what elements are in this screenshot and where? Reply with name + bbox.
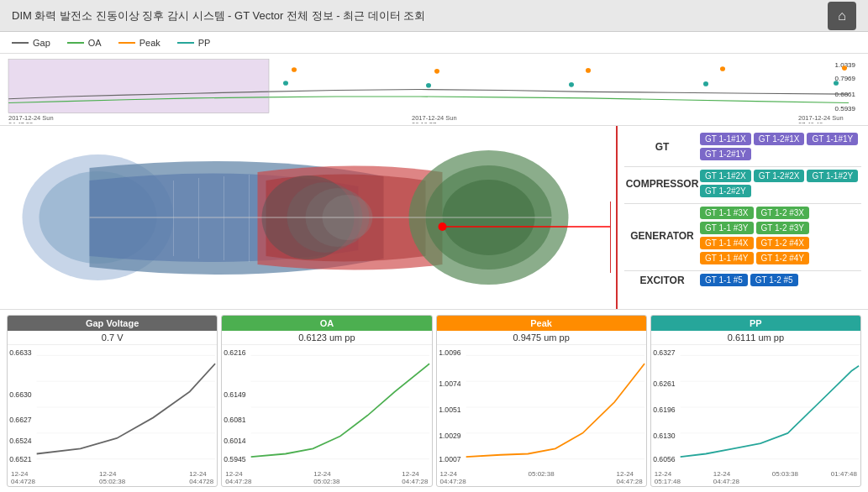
- svg-text:0.6130: 0.6130: [653, 432, 675, 441]
- pp-value: 0.6111 um pp: [651, 331, 860, 345]
- svg-text:0.6014: 0.6014: [224, 437, 245, 446]
- generator-divider: [624, 270, 861, 271]
- legend-gap: Gap: [12, 38, 50, 48]
- gt-buttons: GT 1-1#1X GT 1-2#1X GT 1-1#1Y GT 1-2#1Y: [700, 133, 861, 160]
- gt-1-1-2y-button[interactable]: GT 1-1#2Y: [807, 170, 858, 182]
- legend-oa: OA: [67, 38, 102, 48]
- generator-section-row: GENERATOR GT 1-1 #3X GT 1-2 #3X GT 1-1 #…: [624, 207, 861, 264]
- oa-time-row: 12-2404:47:28 12-2405:02:38 12-2404:47:2…: [222, 469, 431, 486]
- peak-value: 0.9475 um pp: [437, 331, 646, 345]
- svg-text:0.6630: 0.6630: [9, 390, 31, 399]
- svg-text:0.6524: 0.6524: [9, 437, 31, 446]
- main-chart-svg: 1.0339 0.7969 0.6861 0.5939 2017-12-24 S…: [0, 55, 868, 123]
- oa-value: 0.6123 um pp: [222, 331, 431, 345]
- svg-point-11: [426, 83, 431, 88]
- gap-voltage-value: 0.7 V: [8, 331, 217, 345]
- gt-1-1-3y-button[interactable]: GT 1-1 #3Y: [700, 222, 754, 234]
- gt-1-1-1x-button[interactable]: GT 1-1#1X: [700, 133, 751, 145]
- legend-pp-label: PP: [198, 38, 211, 48]
- svg-point-12: [569, 82, 574, 87]
- gt-1-2-1y-button[interactable]: GT 1-2#1Y: [700, 148, 751, 160]
- page-title: DIM 화력 발전소 진동이상 징후 감시 시스템 - GT Vector 전체…: [12, 8, 425, 24]
- svg-point-13: [703, 81, 708, 86]
- svg-text:07:46:48: 07:46:48: [798, 121, 823, 123]
- gap-time-row: 12-2404:4728 12-2405:02:38 12-2404:4728: [8, 469, 217, 486]
- oa-chart: 0.6216 0.6149 0.6081 0.6014 0.5945: [222, 345, 431, 469]
- panel-area: GT GT 1-1#1X GT 1-2#1X GT 1-1#1Y GT 1-2#…: [616, 126, 868, 309]
- metric-card-peak: Peak 0.9475 um pp 1.0096 1.0074 1.0051 1…: [436, 315, 647, 487]
- gt-1-2-2x-button[interactable]: GT 1-2#2X: [754, 170, 805, 182]
- svg-text:1.0051: 1.0051: [439, 406, 460, 415]
- gt-1-1-5-button[interactable]: GT 1-1 #5: [700, 274, 748, 286]
- gap-voltage-chart: 0.6633 0.6630 0.6627 0.6524 0.6521: [8, 345, 217, 469]
- home-button[interactable]: ⌂: [828, 2, 856, 30]
- legend-pp: PP: [177, 38, 211, 48]
- generator-buttons: GT 1-1 #3X GT 1-2 #3X GT 1-1 #3Y GT 1-2 …: [700, 207, 861, 264]
- svg-rect-0: [8, 60, 269, 113]
- gt-1-2-4y-button[interactable]: GT 1-2 #4Y: [756, 252, 810, 264]
- metric-card-pp: PP 0.6111 um pp 0.6327 0.6261 0.6196 0.6…: [650, 315, 861, 487]
- home-icon: ⌂: [838, 8, 846, 24]
- svg-point-7: [586, 68, 591, 73]
- svg-text:0.6149: 0.6149: [224, 390, 245, 399]
- excitor-section-row: EXCITOR GT 1-1 #5 GT 1-2 #5: [624, 274, 861, 286]
- svg-text:0.6627: 0.6627: [9, 416, 31, 425]
- compressor-divider: [624, 203, 861, 204]
- svg-point-10: [283, 81, 288, 86]
- legend-gap-line: [12, 42, 29, 44]
- svg-text:1.0074: 1.0074: [439, 379, 460, 389]
- gt-1-1-4y-button[interactable]: GT 1-1 #4Y: [700, 252, 754, 264]
- compressor-section-row: COMPRESSOR GT 1-1#2X GT 1-2#2X GT 1-1#2Y…: [624, 170, 861, 197]
- legend-peak: Peak: [118, 38, 160, 48]
- peak-header: Peak: [437, 316, 646, 331]
- legend-pp-line: [177, 42, 194, 44]
- header: DIM 화력 발전소 진동이상 징후 감시 시스템 - GT Vector 전체…: [0, 0, 868, 32]
- gt-1-2-5-button[interactable]: GT 1-2 #5: [750, 274, 798, 286]
- oa-header: OA: [222, 316, 431, 331]
- peak-time-row: 12-2404:47:28 05:02:38 12-2404:47:28: [437, 469, 646, 486]
- svg-text:04:47:28: 04:47:28: [8, 121, 33, 123]
- compressor-buttons: GT 1-1#2X GT 1-2#2X GT 1-1#2Y GT 1-2#2Y: [700, 170, 861, 197]
- compressor-label: COMPRESSOR: [624, 178, 700, 190]
- peak-chart: 1.0096 1.0074 1.0051 1.0029 1.0007: [437, 345, 646, 469]
- gt-1-2-4x-button[interactable]: GT 1-2 #4X: [756, 237, 810, 249]
- excitor-buttons: GT 1-1 #5 GT 1-2 #5: [700, 274, 861, 286]
- svg-point-9: [842, 65, 847, 71]
- turbine-svg: [0, 126, 616, 309]
- legend-bar: Gap OA Peak PP: [0, 32, 868, 54]
- gt-1-1-4x-button[interactable]: GT 1-1 #4X: [700, 237, 754, 249]
- generator-label: GENERATOR: [624, 230, 700, 242]
- gt-label: GT: [624, 141, 700, 153]
- gt-1-1-2x-button[interactable]: GT 1-1#2X: [700, 170, 751, 182]
- gt-1-2-2y-button[interactable]: GT 1-2#2Y: [700, 185, 751, 197]
- svg-text:0.7969: 0.7969: [835, 75, 855, 82]
- metric-card-oa: OA 0.6123 um pp 0.6216 0.6149 0.6081 0.6…: [221, 315, 432, 487]
- turbine-area: [0, 126, 616, 309]
- gt-1-2-3y-button[interactable]: GT 1-2 #3Y: [756, 222, 810, 234]
- svg-point-5: [292, 67, 297, 72]
- pp-chart: 0.6327 0.6261 0.6196 0.6130 0.6056: [651, 345, 860, 469]
- gt-1-1-3x-button[interactable]: GT 1-1 #3X: [700, 207, 754, 219]
- legend-gap-label: Gap: [33, 38, 50, 48]
- svg-text:1.0029: 1.0029: [439, 432, 460, 441]
- svg-text:0.6056: 0.6056: [653, 455, 675, 464]
- legend-oa-line: [67, 42, 84, 44]
- legend-oa-label: OA: [88, 38, 102, 48]
- svg-text:0.5939: 0.5939: [835, 105, 855, 113]
- pp-time-row: 12-2405:17:48 12-2404:47:28 05:03:38 01:…: [651, 469, 860, 486]
- svg-point-8: [720, 66, 725, 71]
- svg-text:0.6196: 0.6196: [653, 406, 675, 415]
- svg-text:1.0096: 1.0096: [439, 348, 460, 358]
- bottom-section: Gap Voltage 0.7 V 0.6633 0.6630 0.6627 0…: [0, 309, 868, 492]
- legend-peak-label: Peak: [139, 38, 160, 48]
- gt-1-1-1y-button[interactable]: GT 1-1#1Y: [807, 133, 858, 145]
- svg-text:1.0007: 1.0007: [439, 455, 460, 464]
- svg-point-14: [834, 81, 839, 86]
- middle-section: GT GT 1-1#1X GT 1-2#1X GT 1-1#1Y GT 1-2#…: [0, 126, 868, 309]
- gt-1-2-3x-button[interactable]: GT 1-2 #3X: [756, 207, 810, 219]
- main-time-chart: 1.0339 0.7969 0.6861 0.5939 2017-12-24 S…: [0, 54, 868, 126]
- gt-divider: [624, 166, 861, 167]
- gap-voltage-header: Gap Voltage: [8, 316, 217, 331]
- gt-1-2-1x-button[interactable]: GT 1-2#1X: [754, 133, 805, 145]
- pp-header: PP: [651, 316, 860, 331]
